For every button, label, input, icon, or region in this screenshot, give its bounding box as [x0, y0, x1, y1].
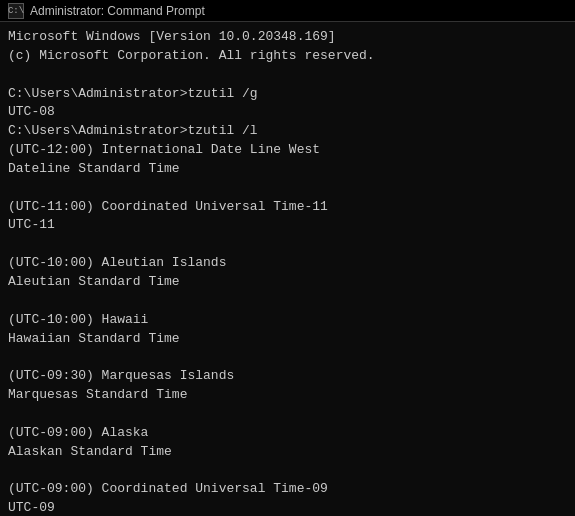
terminal-line: (UTC-12:00) International Date Line West: [8, 141, 567, 160]
empty-line: [8, 348, 567, 367]
terminal-line: (c) Microsoft Corporation. All rights re…: [8, 47, 567, 66]
terminal-line: Alaskan Standard Time: [8, 443, 567, 462]
terminal-line: (UTC-09:00) Coordinated Universal Time-0…: [8, 480, 567, 499]
terminal-line: (UTC-09:30) Marquesas Islands: [8, 367, 567, 386]
terminal-line: C:\Users\Administrator>tzutil /g: [8, 85, 567, 104]
terminal-line: (UTC-10:00) Aleutian Islands: [8, 254, 567, 273]
terminal-line: UTC-11: [8, 216, 567, 235]
empty-line: [8, 235, 567, 254]
terminal-line: UTC-09: [8, 499, 567, 516]
terminal-line: Microsoft Windows [Version 10.0.20348.16…: [8, 28, 567, 47]
terminal-line: C:\Users\Administrator>tzutil /l: [8, 122, 567, 141]
empty-line: [8, 179, 567, 198]
terminal-line: Dateline Standard Time: [8, 160, 567, 179]
terminal-line: (UTC-09:00) Alaska: [8, 424, 567, 443]
terminal-line: (UTC-11:00) Coordinated Universal Time-1…: [8, 198, 567, 217]
terminal-line: UTC-08: [8, 103, 567, 122]
empty-line: [8, 292, 567, 311]
cmd-icon: C:\: [8, 3, 24, 19]
terminal-line: (UTC-10:00) Hawaii: [8, 311, 567, 330]
terminal-line: Hawaiian Standard Time: [8, 330, 567, 349]
terminal-line: Aleutian Standard Time: [8, 273, 567, 292]
terminal-line: Marquesas Standard Time: [8, 386, 567, 405]
empty-line: [8, 66, 567, 85]
title-bar-text: Administrator: Command Prompt: [30, 4, 205, 18]
empty-line: [8, 461, 567, 480]
title-bar: C:\ Administrator: Command Prompt: [0, 0, 575, 22]
empty-line: [8, 405, 567, 424]
terminal-body[interactable]: Microsoft Windows [Version 10.0.20348.16…: [0, 22, 575, 516]
